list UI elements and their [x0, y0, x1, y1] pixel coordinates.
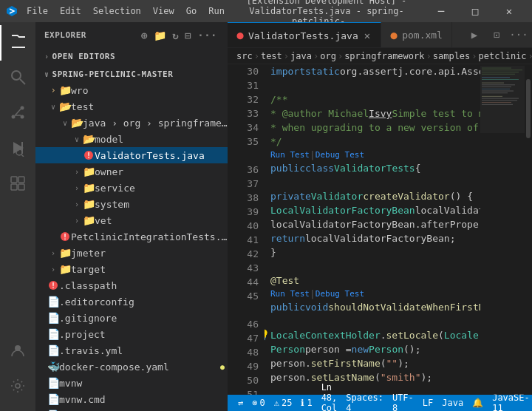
kw-new: new [352, 342, 369, 356]
language-indicator[interactable]: Java [437, 395, 468, 411]
tree-item-gitignore[interactable]: 📄 .gitignore [35, 310, 228, 326]
tab-java-error-icon: ⬤ [236, 32, 244, 39]
spaces-text: Spaces: 4 [346, 393, 383, 411]
paren-2: ( [438, 328, 444, 342]
run-action-button[interactable]: ▶ [464, 24, 485, 45]
menu-view[interactable]: View [149, 4, 179, 18]
tree-item-vet[interactable]: › 📁 vet [35, 212, 228, 228]
debug-test-link-1[interactable]: Debug Test [316, 148, 364, 162]
menu-run[interactable]: Run [204, 4, 229, 18]
minimize-button[interactable]: ─ [424, 0, 458, 22]
breadcrumb-springframework[interactable]: springframework [344, 51, 424, 61]
breadcrumb-java[interactable]: java [290, 51, 312, 61]
spring-petclinic-header[interactable]: ∨ Spring-Petclinic-Master [35, 66, 228, 82]
breadcrumb-petclinic[interactable]: petclinic [479, 51, 527, 61]
type-validator: Validator [311, 189, 363, 203]
tree-item-editorconfig[interactable]: 📄 .editorconfig [35, 293, 228, 310]
tab-validator-tests[interactable]: ⬤ ValidatorTests.java ✕ [228, 22, 381, 48]
tree-item-model[interactable]: ∨ 📂 model [35, 131, 228, 147]
tree-item-docker-compose[interactable]: 🐳 docker-compose.yaml ● [35, 359, 228, 375]
code-line-41: localValidatorFactoryBean.afterPropertie… [270, 217, 474, 231]
tab-pom-xml[interactable]: ⬤ pom.xml [381, 22, 452, 48]
more-actions-button[interactable]: ··· [508, 24, 529, 45]
spaces-indicator[interactable]: Spaces: 4 [341, 395, 388, 411]
run-test-link-2[interactable]: Run Test [270, 287, 310, 301]
return-val: localValidatorFactoryBean; [305, 231, 456, 245]
notifications-button[interactable]: 🔔 [468, 395, 488, 411]
breadcrumb-org[interactable]: org [320, 51, 336, 61]
code-editor: 30 31 32 33 34 35 36 37 38 39 40 41 42 4… [228, 64, 532, 395]
breadcrumb-samples[interactable]: samples [433, 51, 471, 61]
close-button[interactable]: ✕ [492, 0, 526, 22]
encoding-indicator[interactable]: UTF-8 [388, 395, 418, 411]
open-editors-header[interactable]: › Open Editors [35, 48, 228, 64]
tree-item-service[interactable]: › 📁 service [35, 180, 228, 196]
svg-rect-14 [18, 184, 24, 190]
remote-indicator[interactable]: ⇌ [233, 395, 248, 411]
breadcrumb-src[interactable]: src [236, 51, 253, 61]
extensions-icon [9, 174, 27, 195]
menu-file[interactable]: File [22, 4, 52, 18]
split-editor-button[interactable]: ⊡ [486, 24, 507, 45]
maximize-button[interactable]: □ [458, 0, 492, 22]
tree-item-system[interactable]: › 📁 system [35, 196, 228, 212]
keyword-static: static [305, 64, 340, 78]
activity-bar-item-explorer[interactable] [0, 25, 35, 61]
language-text: Java [442, 398, 463, 408]
activity-bar-item-run[interactable] [0, 132, 35, 167]
tab-close-validator[interactable]: ✕ [363, 29, 372, 42]
new-folder-button[interactable]: 📁 [152, 28, 168, 43]
tree-item-classpath[interactable]: ! .classpath [35, 277, 228, 293]
debug-test-link-2[interactable]: Debug Test [316, 287, 364, 301]
tree-item-test[interactable]: ∨ 📂 test [35, 98, 228, 115]
docker-warning-badge: ● [220, 363, 225, 371]
menu-edit[interactable]: Edit [55, 4, 86, 18]
collapse-all-button[interactable]: ⊟ [183, 28, 193, 43]
line-col-indicator[interactable]: Ln 48, Col 24 [317, 395, 342, 411]
code-line-31 [270, 78, 474, 92]
tab-pom-label: pom.xml [402, 30, 443, 41]
import-path: org.assertj.core.api.Assertions.as... [340, 64, 480, 78]
author-link[interactable]: Isvy [369, 106, 392, 120]
scrollbar-thumb[interactable] [526, 79, 531, 138]
scrollbar-track[interactable] [525, 64, 532, 395]
menu-go[interactable]: Go [182, 4, 201, 18]
eol-indicator[interactable]: LF [418, 395, 437, 411]
activity-bar-item-extensions[interactable] [0, 167, 35, 203]
sidebar-more-button[interactable]: ··· [196, 28, 219, 43]
activity-bar-item-search[interactable] [0, 61, 35, 96]
menu-selection[interactable]: Selection [89, 4, 146, 18]
activity-bar-item-settings[interactable] [0, 370, 35, 405]
chevron-system-icon: › [71, 200, 83, 208]
tree-item-petclinic-integration[interactable]: ! PetclinicIntegrationTests.java [35, 228, 228, 245]
code-line-36: public class ValidatorTests { [270, 161, 474, 175]
activity-bar-item-accounts[interactable] [0, 334, 35, 370]
breadcrumb-test[interactable]: test [261, 51, 282, 61]
comment-start: /** [270, 92, 287, 106]
sdk-indicator[interactable]: JavaSE-11 [488, 395, 532, 411]
tree-item-wro[interactable]: › 📁 wro [35, 82, 228, 98]
tree-item-validator-tests[interactable]: ! ValidatorTests.java [35, 147, 228, 163]
activity-bar-item-scm[interactable] [0, 96, 35, 132]
local-var: localValidator... [415, 203, 480, 217]
tree-item-owner[interactable]: › 📁 owner [35, 163, 228, 180]
folder-model-icon: 📂 [83, 133, 95, 145]
tree-item-pom[interactable]: 📄 pom.xml [35, 407, 228, 411]
error-indicator[interactable]: ⊗ 0 [248, 395, 269, 411]
tree-item-jmeter[interactable]: › 📁 jmeter [35, 245, 228, 261]
run-test-link-1[interactable]: Run Test [270, 148, 310, 162]
chevron-vet-icon: › [71, 217, 83, 225]
comment-end: */ [270, 135, 282, 149]
gutter-lightbulb-icon[interactable]: 💡 [265, 328, 270, 342]
tree-item-target[interactable]: › 📁 target [35, 261, 228, 277]
new-file-button[interactable]: ⊕ [140, 28, 149, 43]
tree-item-project[interactable]: 📄 .project [35, 326, 228, 342]
info-indicator[interactable]: ℹ 1 [296, 395, 316, 411]
kw-private: private [270, 189, 311, 203]
tree-item-mvnw[interactable]: 📄 mvnw [35, 375, 228, 391]
refresh-button[interactable]: ↻ [171, 28, 180, 43]
tree-item-travis[interactable]: 📄 .travis.yml [35, 342, 228, 359]
tree-item-java-org[interactable]: ∨ 📂 java › org › springframework › samp.… [35, 115, 228, 131]
tree-item-mvnw-cmd[interactable]: 📄 mvnw.cmd [35, 391, 228, 407]
warning-indicator[interactable]: ⚠ 25 [270, 395, 297, 411]
